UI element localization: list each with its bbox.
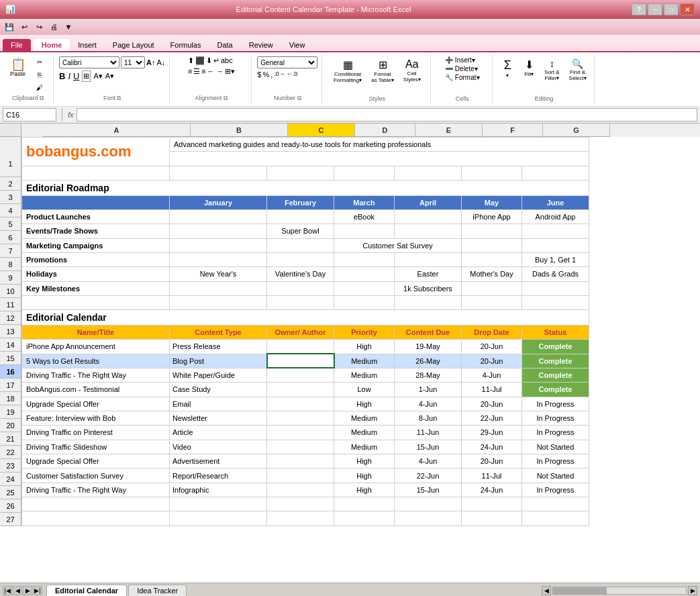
cell-f19[interactable]: 20-Jun [462, 397, 522, 411]
align-top-button[interactable]: ⬆ [188, 56, 194, 65]
align-right-button[interactable]: ≡ [201, 67, 205, 76]
row-num-11[interactable]: 11 [0, 298, 21, 311]
insert-cells-button[interactable]: ➕ Insert▾ [445, 56, 475, 64]
cell-b19[interactable]: Email [170, 397, 267, 411]
cell-a18[interactable]: BobAngus.com - Testimonial [22, 383, 170, 397]
cell-d19[interactable]: High [334, 397, 395, 411]
align-middle-button[interactable]: ⬛ [195, 56, 205, 65]
font-family-select[interactable]: Calibri [59, 56, 119, 68]
cell-reference-box[interactable] [3, 108, 56, 121]
tab-insert[interactable]: Insert [70, 39, 105, 51]
cell-a25[interactable]: Driving Traffic - The Right Way [22, 483, 170, 497]
cell-b15[interactable]: Press Release [170, 340, 267, 354]
cell-f14[interactable]: Drop Date [462, 325, 522, 339]
row-num-5[interactable]: 5 [0, 217, 21, 231]
tab-review[interactable]: Review [241, 39, 281, 51]
decimal-increase-button[interactable]: .0→ [274, 70, 285, 79]
cell-a16[interactable]: 5 Ways to Get Results [22, 354, 170, 368]
col-header-c[interactable]: C [288, 123, 355, 137]
cell-c16-selected[interactable] [267, 354, 334, 368]
cell-e5[interactable]: April [395, 195, 462, 209]
cell-b5[interactable]: January [170, 195, 267, 209]
first-sheet-button[interactable]: |◀ [3, 586, 12, 595]
cell-g9[interactable]: Buy 1, Get 1 [522, 252, 589, 266]
cell-b21[interactable]: Article [170, 426, 267, 440]
cell-c14[interactable]: Owner/ Author [267, 325, 334, 339]
currency-button[interactable]: $ [257, 70, 261, 79]
cell-d21[interactable]: Medium [334, 426, 395, 440]
tab-home[interactable]: Home [34, 39, 70, 51]
print-button[interactable]: 🖨 [47, 21, 60, 33]
cell-d22[interactable]: Medium [334, 440, 395, 454]
format-as-table-button[interactable]: ⊞ Formatas Table▾ [368, 56, 397, 85]
delete-cells-button[interactable]: ➖ Delete▾ [445, 65, 478, 72]
fill-color-button[interactable]: A▾ [93, 72, 102, 81]
cell-f18[interactable]: 11-Jul [462, 383, 522, 397]
row-num-16[interactable]: 16 [0, 365, 21, 379]
cell-d6[interactable]: eBook [334, 209, 395, 224]
save-button[interactable]: 💾 [3, 21, 16, 33]
row-num-7[interactable]: 7 [0, 244, 21, 258]
row-num-24[interactable]: 24 [0, 473, 21, 486]
row-num-8[interactable]: 8 [0, 258, 21, 271]
cell-c10[interactable]: Valentine's Day [267, 267, 334, 281]
cell-g14[interactable]: Status [522, 325, 589, 339]
cell-g22[interactable]: Not Started [522, 440, 589, 454]
comma-button[interactable]: , [270, 70, 272, 79]
cell-a6[interactable]: Product Launches [22, 209, 170, 224]
cell-g5[interactable]: June [522, 195, 589, 209]
cell-c25[interactable] [267, 483, 334, 497]
cell-b25[interactable]: Infographic [170, 483, 267, 497]
sheet-tab-idea-tracker[interactable]: Idea Tracker [128, 585, 187, 596]
font-shrink-button[interactable]: A↓ [156, 58, 165, 66]
cell-d16[interactable]: Medium [334, 354, 395, 368]
cell-e22[interactable]: 15-Jun [395, 440, 462, 454]
last-sheet-button[interactable]: ▶| [33, 586, 42, 595]
cell-a3[interactable] [22, 166, 170, 180]
cell-e11[interactable]: 1k Subscribers [395, 281, 462, 295]
tab-view[interactable]: View [281, 39, 313, 51]
row-num-4[interactable]: 4 [0, 204, 21, 217]
underline-button[interactable]: U [73, 71, 79, 81]
font-color-button[interactable]: A▾ [105, 72, 114, 81]
hscroll-thumb[interactable] [553, 587, 607, 594]
cell-a4[interactable]: Editorial Roadmap [22, 181, 589, 195]
font-grow-button[interactable]: A↑ [146, 58, 155, 66]
cell-c22[interactable] [267, 440, 334, 454]
redo-button[interactable]: ↪ [32, 21, 46, 33]
row-num-21[interactable]: 21 [0, 432, 21, 446]
cell-e14[interactable]: Content Due [395, 325, 462, 339]
cell-a17[interactable]: Driving Traffic - The Right Way [22, 368, 170, 382]
cell-f23[interactable]: 20-Jun [462, 454, 522, 468]
row-num-17[interactable]: 17 [0, 379, 21, 392]
sort-filter-button[interactable]: ↕ Sort &Filter▾ [541, 56, 562, 83]
format-cells-button[interactable]: 🔧 Format▾ [445, 74, 479, 81]
cell-a11[interactable]: Key Milestones [22, 281, 170, 295]
cell-g17[interactable]: Complete [522, 368, 589, 382]
cell-e15[interactable]: 19-May [395, 340, 462, 354]
cell-a22[interactable]: Driving Traffic Slideshow [22, 440, 170, 454]
cell-e24[interactable]: 22-Jun [395, 468, 462, 483]
cell-e20[interactable]: 8-Jun [395, 411, 462, 425]
cell-g18[interactable]: Complete [522, 383, 589, 397]
cell-a1[interactable]: bobangus.com [22, 138, 170, 166]
cell-f6[interactable]: iPhone App [462, 209, 522, 224]
row-num-12[interactable]: 12 [0, 311, 21, 325]
cell-g16[interactable]: Complete [522, 354, 589, 368]
cell-c23[interactable] [267, 454, 334, 468]
cut-button[interactable]: ✂ [30, 56, 49, 68]
cell-d8[interactable]: Customer Sat Survey [334, 238, 462, 252]
row-num-26[interactable]: 26 [0, 499, 21, 513]
cell-g24[interactable]: Not Started [522, 468, 589, 483]
cell-c5[interactable]: February [267, 195, 334, 209]
cell-e10[interactable]: Easter [395, 267, 462, 281]
row-num-10[interactable]: 10 [0, 285, 21, 298]
row-num-27[interactable]: 27 [0, 513, 21, 526]
cell-e17[interactable]: 28-May [395, 368, 462, 382]
cell-b10[interactable]: New Year's [170, 267, 267, 281]
next-sheet-button[interactable]: ▶ [23, 586, 32, 595]
cell-d25[interactable]: High [334, 483, 395, 497]
conditional-formatting-button[interactable]: ▦ ConditionalFormatting▾ [330, 56, 365, 85]
undo-button[interactable]: ↩ [17, 21, 31, 33]
cell-c15[interactable] [267, 340, 334, 354]
